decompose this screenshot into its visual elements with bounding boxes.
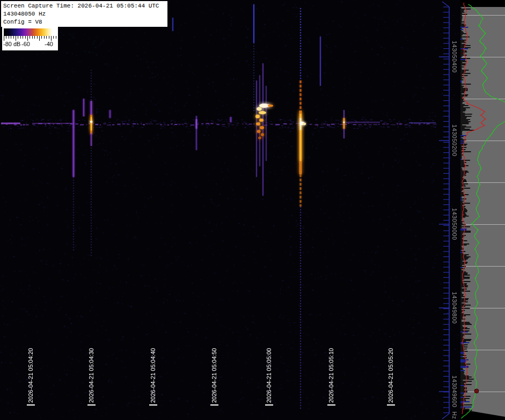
capture-time-text: Screen Capture Time: 2026-04-21 05:05:44…	[3, 2, 165, 10]
time-axis-tick	[327, 404, 335, 406]
capture-frequency-text: 143048050 Hz	[3, 10, 165, 18]
color-gradient-bar	[4, 28, 56, 36]
spectrogram-screen-capture: 1430504001430502001430500001430498001430…	[0, 0, 505, 420]
color-scale-ruler	[4, 36, 56, 41]
capture-info-box: Screen Capture Time: 2026-04-21 05:05:44…	[1, 1, 167, 27]
color-scale-legend: -80 dB -60 -40	[2, 27, 58, 50]
time-axis-label: 2026-04-21 05:04:20	[27, 348, 34, 403]
time-axis-label: 2026-04-21 05:05:10	[328, 348, 334, 403]
time-axis-tick	[27, 404, 35, 406]
time-axis-label: 2026-04-21 05:04:40	[150, 348, 156, 403]
capture-config-text: Config = V8	[3, 18, 165, 26]
freq-axis-label: 143050400	[451, 40, 458, 74]
spectrum-panel-canvas	[460, 0, 505, 420]
freq-axis-label: 143050000	[451, 207, 458, 241]
db-label-mid: -60	[21, 41, 30, 47]
freq-axis-unit: Hz	[451, 398, 458, 420]
time-axis-tick	[210, 404, 218, 406]
time-axis-label: 2026-04-21 05:05:20	[387, 348, 394, 403]
time-axis-label: 2026-04-21 05:04:30	[88, 348, 94, 403]
time-axis-label: 2026-04-21 05:05:00	[266, 348, 272, 403]
time-axis-label: 2026-04-21 05:04:50	[211, 348, 217, 403]
freq-axis-label: 143050200	[451, 123, 458, 158]
time-axis-tick	[265, 404, 273, 406]
db-label-max: -40	[45, 41, 53, 47]
freq-axis-label: 143049800	[451, 291, 458, 325]
time-axis-tick	[387, 404, 395, 406]
db-label-min: -80 dB	[3, 41, 20, 47]
time-axis-tick	[149, 404, 157, 406]
time-axis-tick	[87, 404, 96, 406]
